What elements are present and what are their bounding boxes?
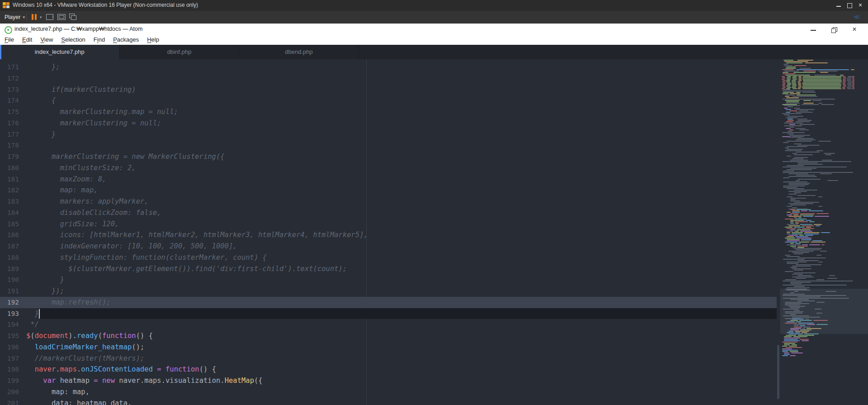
code-line-199[interactable]: 199 var heatmap = new naver.maps.visuali… bbox=[0, 375, 777, 386]
line-number[interactable]: 194 bbox=[0, 319, 19, 330]
code-line-194[interactable]: 194 */ bbox=[0, 319, 777, 330]
code-line-198[interactable]: 198 naver.maps.onJSContentLoaded = funct… bbox=[0, 364, 777, 375]
line-number[interactable]: 195 bbox=[0, 330, 19, 342]
menu-help[interactable]: Help bbox=[143, 35, 163, 44]
minimap-line bbox=[802, 77, 841, 78]
code-line-186[interactable]: 186 icons: [htmlMarker1, htmlMarker2, ht… bbox=[0, 229, 777, 241]
code-line-184[interactable]: 184 disableClickZoom: false, bbox=[0, 207, 777, 219]
code-text: indexGenerator: [10, 100, 200, 500, 1000… bbox=[26, 241, 237, 252]
code-text: icons: [htmlMarker1, htmlMarker2, htmlMa… bbox=[26, 229, 368, 241]
code-line-174[interactable]: 174 { bbox=[0, 95, 777, 106]
menu-file[interactable]: File bbox=[0, 35, 18, 44]
line-number[interactable]: 193 bbox=[0, 308, 19, 319]
minimap-line bbox=[793, 96, 817, 97]
line-number[interactable]: 186 bbox=[0, 229, 19, 241]
line-number[interactable]: 175 bbox=[0, 106, 19, 118]
code-line-196[interactable]: 196 loadCrimeMarker_heatmap(); bbox=[0, 342, 777, 353]
menu-edit[interactable]: Edit bbox=[18, 35, 36, 44]
code-line-171[interactable]: 171 }; bbox=[0, 62, 777, 73]
line-number[interactable]: 182 bbox=[0, 185, 19, 196]
vmware-close-button[interactable]: × bbox=[853, 0, 868, 11]
line-number[interactable]: 191 bbox=[0, 286, 19, 297]
editor-pane[interactable]: 170 (20, 20),171 };172173 if(markerClust… bbox=[0, 59, 868, 405]
minimap-line bbox=[787, 87, 791, 88]
player-menu-button[interactable]: Player▾ bbox=[3, 13, 27, 22]
minimap-line bbox=[797, 228, 801, 229]
line-number[interactable]: 173 bbox=[0, 84, 19, 95]
minimap-line bbox=[783, 172, 853, 173]
line-number[interactable]: 176 bbox=[0, 118, 19, 129]
line-number[interactable]: 179 bbox=[0, 151, 19, 162]
send-ctrl-alt-del-button[interactable]: ↓ bbox=[45, 13, 55, 21]
line-number[interactable]: 185 bbox=[0, 219, 19, 230]
vertical-scrollbar-thumb[interactable] bbox=[777, 345, 779, 399]
line-number[interactable]: 171 bbox=[0, 62, 19, 73]
atom-close-button[interactable]: × bbox=[845, 24, 863, 35]
line-number[interactable]: 174 bbox=[0, 95, 19, 106]
line-number[interactable]: 199 bbox=[0, 375, 19, 386]
suspend-vm-button[interactable] bbox=[31, 14, 37, 20]
collapse-toolbar-button[interactable]: ≪ bbox=[854, 13, 859, 20]
line-number[interactable]: 201 bbox=[0, 398, 19, 405]
menu-view[interactable]: View bbox=[36, 35, 57, 44]
line-number[interactable]: 192 bbox=[0, 297, 19, 308]
unity-mode-button[interactable] bbox=[69, 13, 79, 21]
minimap-line bbox=[788, 116, 803, 117]
code-line-191[interactable]: 191 }); bbox=[0, 286, 777, 297]
line-number[interactable]: 184 bbox=[0, 207, 19, 219]
minimap-line bbox=[796, 139, 816, 140]
tab-index_lecture7.php[interactable]: index_lecture7.php bbox=[0, 45, 120, 59]
code-line-192[interactable]: 192 map.refresh(); bbox=[0, 297, 777, 308]
line-number[interactable]: 200 bbox=[0, 386, 19, 398]
code-line-195[interactable]: 195$(document).ready(function() { bbox=[0, 330, 777, 342]
code-line-193[interactable]: 193 } bbox=[0, 308, 777, 319]
tab-dbinf.php[interactable]: dbinf.php bbox=[120, 45, 240, 59]
menu-find[interactable]: Find bbox=[90, 35, 109, 44]
fullscreen-button[interactable] bbox=[57, 13, 67, 21]
code-line-187[interactable]: 187 indexGenerator: [10, 100, 200, 500, … bbox=[0, 241, 777, 252]
tab-dbend.php[interactable]: dbend.php bbox=[239, 45, 359, 59]
minimap-line bbox=[789, 127, 794, 128]
line-number[interactable]: 172 bbox=[0, 73, 19, 84]
code-line-178[interactable]: 178 bbox=[0, 140, 777, 151]
code-line-185[interactable]: 185 gridSize: 120, bbox=[0, 219, 777, 230]
line-number[interactable]: 189 bbox=[0, 263, 19, 275]
line-number[interactable]: 196 bbox=[0, 342, 19, 353]
code-line-180[interactable]: 180 minClusterSize: 2, bbox=[0, 162, 777, 174]
minimap-line bbox=[797, 164, 823, 165]
code-line-179[interactable]: 179 markerClustering = new MarkerCluster… bbox=[0, 151, 777, 162]
line-number[interactable]: 180 bbox=[0, 162, 19, 174]
code-line-200[interactable]: 200 map: map, bbox=[0, 386, 777, 398]
menu-packages[interactable]: Packages bbox=[109, 35, 143, 44]
code-line-177[interactable]: 177 } bbox=[0, 129, 777, 140]
line-number[interactable]: 181 bbox=[0, 174, 19, 185]
code-line-183[interactable]: 183 markers: applyMarker, bbox=[0, 196, 777, 207]
code-line-201[interactable]: 201 data: heatmap_data, bbox=[0, 398, 777, 405]
menu-selection[interactable]: Selection bbox=[57, 35, 89, 44]
line-number[interactable]: 178 bbox=[0, 140, 19, 151]
minimap[interactable] bbox=[781, 59, 856, 405]
code-line-173[interactable]: 173 if(markerClustering) bbox=[0, 84, 777, 95]
code-line-182[interactable]: 182 map: map, bbox=[0, 185, 777, 196]
line-number[interactable]: 188 bbox=[0, 252, 19, 263]
code-line-190[interactable]: 190 } bbox=[0, 274, 777, 286]
code-line-175[interactable]: 175 markerClustering.map = null; bbox=[0, 106, 777, 118]
minimap-line bbox=[797, 246, 808, 247]
code-line-176[interactable]: 176 markerClustering = null; bbox=[0, 118, 777, 129]
atom-restore-button[interactable] bbox=[825, 24, 843, 35]
atom-minimize-button[interactable] bbox=[804, 24, 822, 35]
minimap-line bbox=[795, 243, 801, 244]
code-line-181[interactable]: 181 maxZoom: 8, bbox=[0, 174, 777, 185]
line-number[interactable]: 183 bbox=[0, 196, 19, 207]
minimap-line bbox=[793, 214, 798, 215]
code-line-188[interactable]: 188 stylingFunction: function(clusterMar… bbox=[0, 252, 777, 263]
code-line-189[interactable]: 189 $(clusterMarker.getElement()).find('… bbox=[0, 263, 777, 275]
line-number[interactable]: 197 bbox=[0, 353, 19, 364]
code-line-172[interactable]: 172 bbox=[0, 73, 777, 84]
line-number[interactable]: 187 bbox=[0, 241, 19, 252]
minimap-viewport[interactable] bbox=[780, 289, 868, 334]
code-line-197[interactable]: 197 //markerCluster(tMarkers); bbox=[0, 353, 777, 364]
line-number[interactable]: 177 bbox=[0, 129, 19, 140]
line-number[interactable]: 198 bbox=[0, 364, 19, 375]
line-number[interactable]: 190 bbox=[0, 274, 19, 286]
